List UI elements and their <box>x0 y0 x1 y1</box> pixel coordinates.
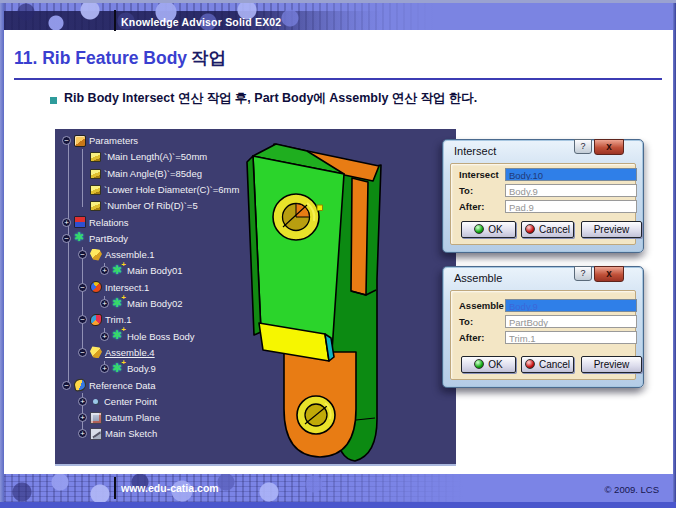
footer-copyright: © 2009. LCS <box>604 484 659 495</box>
trim-icon <box>90 314 102 326</box>
intersect-dialog-titlebar[interactable]: Intersect ? x <box>443 140 643 162</box>
footer-url[interactable]: www.edu-catia.com <box>121 482 219 494</box>
tree-node-label: `Lower Hole Diameter(C)`=6mm <box>104 184 239 195</box>
close-icon[interactable]: x <box>594 139 624 155</box>
body-icon <box>112 330 124 342</box>
tree-row[interactable]: `Lower Hole Diameter(C)`=6mm <box>55 182 239 197</box>
field-label: To: <box>459 185 473 196</box>
expand-toggle-icon[interactable]: − <box>62 381 71 390</box>
assemble-icon <box>90 249 102 261</box>
tree-row[interactable]: − Assemble.4 <box>55 345 155 360</box>
ok-button[interactable]: OK <box>461 221 516 238</box>
relations-icon <box>74 216 86 228</box>
expand-toggle-icon[interactable]: + <box>100 266 109 275</box>
course-title: Knowledge Advisor Solid EX02 <box>121 16 281 28</box>
expand-toggle-icon[interactable]: − <box>62 136 71 145</box>
tree-node-label: Hole Boss Body <box>127 331 195 342</box>
footer-divider <box>114 477 116 499</box>
to-field[interactable]: Body.9 <box>505 184 637 197</box>
expand-toggle-icon[interactable]: − <box>78 315 87 324</box>
tree-row[interactable]: + Main Sketch <box>55 426 157 441</box>
tree-row[interactable]: + Hole Boss Body <box>55 329 195 344</box>
expand-toggle-icon[interactable]: − <box>78 250 87 259</box>
expand-toggle-icon[interactable]: + <box>78 397 87 406</box>
tree-row[interactable]: − PartBody <box>55 231 128 246</box>
refdata-icon <box>73 378 87 392</box>
expand-toggle-icon[interactable]: − <box>78 348 87 357</box>
tree-node-label: `Main Length(A)`=50mm <box>104 151 207 162</box>
dialog-panel: Assemble Body.9 To: PartBody After: Trim… <box>450 290 636 380</box>
cancel-button[interactable]: Cancel <box>521 221 574 238</box>
model-lower-boss <box>297 396 335 434</box>
tree-node-label: PartBody <box>89 233 128 244</box>
tree-row[interactable]: `Number Of Rib(D)`=5 <box>55 198 198 213</box>
tree-row[interactable]: + Relations <box>55 215 129 230</box>
formula-icon <box>90 201 101 211</box>
cancel-button[interactable]: Cancel <box>521 356 574 373</box>
ok-ball-icon <box>474 224 484 234</box>
preview-button[interactable]: Preview <box>581 221 642 238</box>
tree-row[interactable]: + Main Body01 <box>55 263 182 278</box>
assemble-icon <box>90 346 102 358</box>
cancel-ball-icon <box>525 224 535 234</box>
header-divider <box>114 10 116 31</box>
after-field[interactable]: Pad.9 <box>505 200 637 213</box>
field-label: After: <box>459 201 484 212</box>
expand-toggle-icon[interactable]: + <box>100 299 109 308</box>
expand-toggle-icon[interactable]: − <box>62 234 71 243</box>
tree-row[interactable]: `Main Angle(B)`=85deg <box>55 166 202 181</box>
tree-row[interactable]: − Parameters <box>55 133 138 148</box>
tree-node-label: Assemble.4 <box>105 347 155 358</box>
expand-toggle-icon[interactable]: + <box>100 332 109 341</box>
tree-node-label: Main Sketch <box>105 428 157 439</box>
formula-icon <box>90 185 101 195</box>
tree-node-label: Relations <box>89 217 129 228</box>
dialog-panel: Intersect Body.10 To: Body.9 After: Pad.… <box>450 163 636 245</box>
body-icon <box>112 265 124 277</box>
expand-toggle-icon[interactable]: + <box>100 364 109 373</box>
tree-node-label: Assemble.1 <box>105 249 155 260</box>
assemble-field[interactable]: Body.9 <box>505 299 637 312</box>
slide-border-bottom <box>0 502 676 508</box>
after-field[interactable]: Trim.1 <box>505 331 637 344</box>
model-front-face <box>253 156 344 351</box>
help-button[interactable]: ? <box>574 266 592 281</box>
assemble-dialog-titlebar[interactable]: Assemble ? x <box>443 267 643 289</box>
tree-node-label: Main Body02 <box>127 298 182 309</box>
preview-button[interactable]: Preview <box>581 356 642 373</box>
dialog-title: Intersect <box>454 145 496 157</box>
slide-border-left <box>0 0 4 508</box>
tree-row[interactable]: + Main Body02 <box>55 296 182 311</box>
tree-row[interactable]: − Reference Data <box>55 378 156 393</box>
expand-toggle-icon[interactable]: − <box>78 283 87 292</box>
partbody-icon <box>74 232 86 244</box>
tree-row[interactable]: `Main Length(A)`=50mm <box>55 149 207 164</box>
expand-toggle-icon[interactable]: + <box>62 218 71 227</box>
tree-row[interactable]: + Datum Plane <box>55 410 160 425</box>
body-icon <box>112 298 124 310</box>
close-icon[interactable]: x <box>594 266 624 282</box>
intersect-field[interactable]: Body.10 <box>505 168 637 181</box>
ok-button[interactable]: OK <box>461 356 516 373</box>
tree-row[interactable]: − Intersect.1 <box>55 280 149 295</box>
expand-toggle-icon[interactable]: + <box>78 429 87 438</box>
tree-node-label: Datum Plane <box>105 412 160 423</box>
3d-viewport[interactable]: − Parameters `Main Length(A)`=50mm `Main… <box>55 129 456 464</box>
formula-icon <box>90 152 101 162</box>
tree-node-label: `Number Of Rib(D)`=5 <box>104 200 198 211</box>
tree-row[interactable]: + Center Point <box>55 394 157 409</box>
to-field[interactable]: PartBody <box>505 315 637 328</box>
tree-row[interactable]: − Assemble.1 <box>55 247 155 262</box>
centerpoint-icon <box>93 399 98 404</box>
tree-row[interactable]: − Trim.1 <box>55 312 132 327</box>
field-label: Intersect <box>459 169 499 180</box>
help-button[interactable]: ? <box>574 139 592 154</box>
header-band: Knowledge Advisor Solid EX02 <box>4 3 673 30</box>
expand-toggle-icon[interactable]: + <box>78 413 87 422</box>
formula-icon <box>90 169 101 179</box>
footer-band: www.edu-catia.com © 2009. LCS <box>4 474 673 502</box>
assemble-dialog: Assemble ? x Assemble Body.9 To: PartBod… <box>442 266 644 388</box>
cancel-ball-icon <box>525 359 535 369</box>
tree-row[interactable]: + Body.9 <box>55 361 156 376</box>
model-rib-channel <box>351 178 368 295</box>
